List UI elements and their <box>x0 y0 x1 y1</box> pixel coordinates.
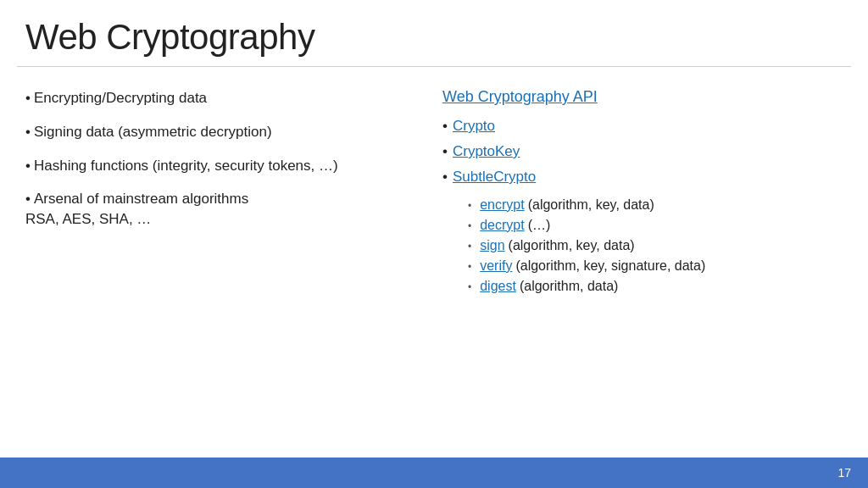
left-column: Encrypting/Decrypting data Signing data … <box>25 84 426 441</box>
slide-footer: 17 <box>0 458 868 488</box>
cryptokey-link-item: CryptoKey <box>442 143 843 160</box>
slide-number: 17 <box>837 466 851 480</box>
verify-args: (algorithm, key, signature, data) <box>515 258 705 274</box>
digest-args: (algorithm, data) <box>520 279 619 294</box>
sign-args: (algorithm, key, data) <box>509 238 635 253</box>
decrypt-link[interactable]: decrypt <box>480 218 524 233</box>
encrypt-link[interactable]: encrypt <box>480 197 524 213</box>
sign-link[interactable]: sign <box>480 238 504 253</box>
verify-item: verify(algorithm, key, signature, data) <box>468 258 843 274</box>
web-cryptography-api-link[interactable]: Web Cryptography API <box>442 88 843 106</box>
subtlecrypto-link[interactable]: SubtleCrypto <box>453 169 536 186</box>
left-bullet-3: Hashing functions (integrity, security t… <box>25 156 426 176</box>
verify-link[interactable]: verify <box>480 258 512 274</box>
slide-content: Encrypting/Decrypting data Signing data … <box>0 67 868 458</box>
crypto-link-item: Crypto <box>442 118 843 135</box>
right-column: Web Cryptography API Crypto CryptoKey Su… <box>442 84 843 441</box>
slide-container: Web Cryptography Encrypting/Decrypting d… <box>0 0 868 488</box>
digest-item: digest(algorithm, data) <box>468 279 843 294</box>
slide-title: Web Cryptography <box>0 0 868 66</box>
cryptokey-link[interactable]: CryptoKey <box>453 143 520 160</box>
left-bullet-2: Signing data (asymmetric decryption) <box>25 122 426 142</box>
subtlecrypto-sub-bullets: encrypt(algorithm, key, data) decrypt(…)… <box>442 197 843 294</box>
encrypt-args: (algorithm, key, data) <box>528 197 654 213</box>
left-bullet-4: Arsenal of mainstream algorithms RSA, AE… <box>25 189 426 230</box>
crypto-link[interactable]: Crypto <box>453 118 495 135</box>
encrypt-item: encrypt(algorithm, key, data) <box>468 197 843 213</box>
subtlecrypto-link-item: SubtleCrypto <box>442 169 843 186</box>
sign-item: sign(algorithm, key, data) <box>468 238 843 253</box>
digest-link[interactable]: digest <box>480 279 516 294</box>
decrypt-args: (…) <box>528 218 551 233</box>
decrypt-item: decrypt(…) <box>468 218 843 233</box>
left-bullet-1: Encrypting/Decrypting data <box>25 88 426 108</box>
